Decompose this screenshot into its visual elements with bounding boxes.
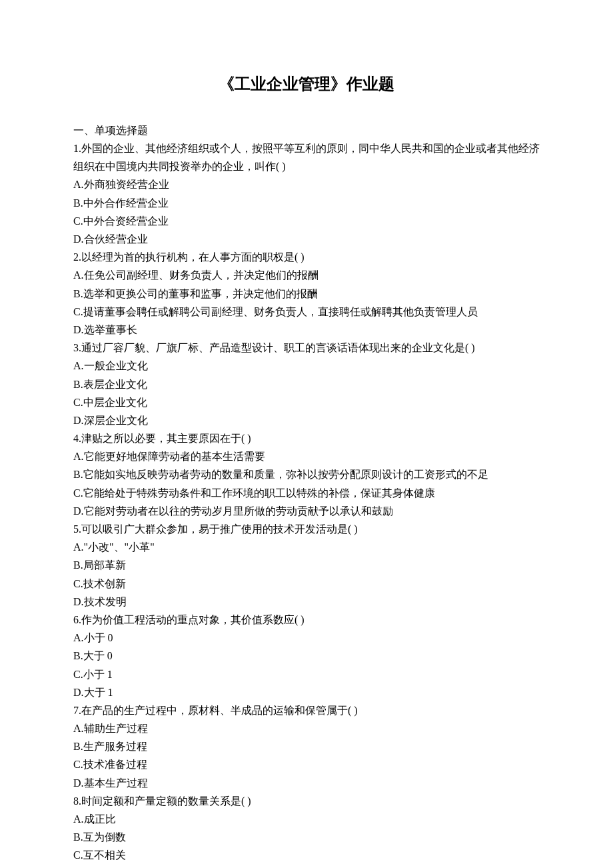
question-option: A.小于 0	[73, 629, 540, 647]
question-option: A."小改"、"小革"	[73, 538, 540, 556]
question-stem: 5.可以吸引广大群众参加，易于推广使用的技术开发活动是( )	[73, 520, 540, 538]
questions-container: 1.外国的企业、其他经济组织或个人，按照平等互利的原则，同中华人民共和国的企业或…	[73, 139, 540, 865]
question-option: D.它能对劳动者在以往的劳动岁月里所做的劳动贡献予以承认和鼓励	[73, 502, 540, 520]
section-heading: 一、单项选择题	[73, 121, 540, 139]
question-option: D.选举董事长	[73, 321, 540, 339]
question-option: D.深层企业文化	[73, 411, 540, 429]
question-stem: 4.津贴之所以必要，其主要原因在于( )	[73, 429, 540, 447]
question-option: A.外商独资经营企业	[73, 175, 540, 193]
question-stem: 2.以经理为首的执行机构，在人事方面的职权是( )	[73, 248, 540, 266]
question-option: A.一般企业文化	[73, 357, 540, 375]
question-stem: 3.通过厂容厂貌、厂旗厂标、产品造型设计、职工的言谈话语体现出来的企业文化是( …	[73, 339, 540, 357]
question-option: B.它能如实地反映劳动者劳动的数量和质量，弥补以按劳分配原则设计的工资形式的不足	[73, 465, 540, 483]
question-option: C.它能给处于特殊劳动条件和工作环境的职工以特殊的补偿，保证其身体健康	[73, 484, 540, 502]
question-option: D.大于 1	[73, 683, 540, 701]
question-option: A.任免公司副经理、财务负责人，并决定他们的报酬	[73, 266, 540, 284]
page-title: 《工业企业管理》作业题	[73, 71, 540, 98]
question-option: A.成正比	[73, 810, 540, 828]
question-option: B.生产服务过程	[73, 737, 540, 755]
question-option: D.合伙经营企业	[73, 230, 540, 248]
question-stem: 8.时间定额和产量定额的数量关系是( )	[73, 792, 540, 810]
question-stem: 1.外国的企业、其他经济组织或个人，按照平等互利的原则，同中华人民共和国的企业或…	[73, 139, 540, 175]
question-stem: 6.作为价值工程活动的重点对象，其价值系数应( )	[73, 611, 540, 629]
question-option: C.提请董事会聘任或解聘公司副经理、财务负责人，直接聘任或解聘其他负责管理人员	[73, 303, 540, 321]
question-option: A.辅助生产过程	[73, 719, 540, 737]
question-option: C.中外合资经营企业	[73, 212, 540, 230]
question-option: C.互不相关	[73, 846, 540, 864]
question-option: D.技术发明	[73, 593, 540, 611]
question-option: B.中外合作经营企业	[73, 194, 540, 212]
question-option: B.互为倒数	[73, 828, 540, 846]
question-option: C.技术创新	[73, 575, 540, 593]
question-option: C.中层企业文化	[73, 393, 540, 411]
question-option: B.选举和更换公司的董事和监事，并决定他们的报酬	[73, 285, 540, 303]
question-option: B.大于 0	[73, 647, 540, 665]
question-option: C.小于 1	[73, 665, 540, 683]
question-option: A.它能更好地保障劳动者的基本生活需要	[73, 447, 540, 465]
question-option: D.基本生产过程	[73, 774, 540, 792]
question-option: B.表层企业文化	[73, 375, 540, 393]
question-option: B.局部革新	[73, 556, 540, 574]
question-stem: 7.在产品的生产过程中，原材料、半成品的运输和保管属于( )	[73, 701, 540, 719]
question-option: C.技术准备过程	[73, 755, 540, 773]
